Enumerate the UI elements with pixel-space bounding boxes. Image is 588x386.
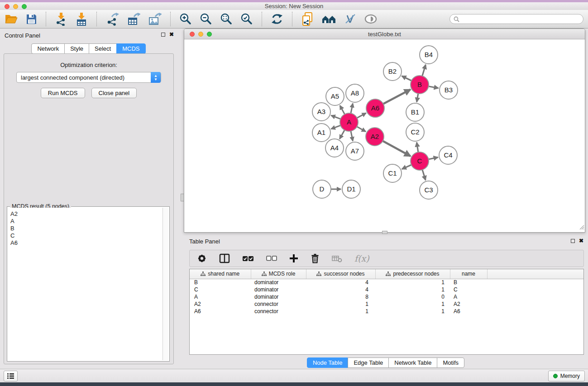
network-canvas-svg[interactable]: AA1A2A3A4A5A6A7A8BB1B2B3B4CC1C2C3C4DD1 [184,40,585,232]
graph-edge-B-B3[interactable] [429,86,439,88]
graph-node-A3[interactable]: A3 [312,103,330,121]
graph-edge-C-C4[interactable] [429,157,438,159]
cell-mcds-role[interactable]: dominator [251,279,306,286]
tab-select[interactable]: Select [89,43,117,54]
tab-edge-table[interactable]: Edge Table [348,357,389,368]
graph-edge-A-A6[interactable] [357,113,366,118]
tab-node-table[interactable]: Node Table [307,357,349,368]
graph-edge-A-A5[interactable] [340,105,344,114]
graph-node-A1[interactable]: A1 [312,124,330,142]
zoom-selected-icon[interactable] [240,13,253,25]
close-table-panel-icon[interactable]: ✖ [579,238,583,243]
function-builder-icon[interactable]: f(x) [354,253,369,263]
cell-name[interactable]: B [450,279,487,286]
graph-node-A7[interactable]: A7 [346,142,364,160]
cell-name[interactable]: A6 [450,308,487,315]
graph-node-B4[interactable]: B4 [420,46,438,64]
deselect-all-icon[interactable] [266,256,277,261]
graph-edge-A-A8[interactable] [351,104,353,114]
graph-edge-A6-B[interactable] [383,90,411,104]
criterion-dropdown[interactable]: largest connected component (directed) ▲… [16,72,161,83]
cell-shared-name[interactable]: B [190,279,251,286]
run-mcds-button[interactable]: Run MCDS [41,88,85,98]
delete-table-icon[interactable] [332,254,342,263]
tab-mcds[interactable]: MCDS [116,43,145,54]
cell-mcds-role[interactable]: dominator [251,286,306,293]
column-header-mcds-role[interactable]: MCDS role [251,269,306,279]
graph-node-D1[interactable]: D1 [342,180,360,198]
cell-shared-name[interactable]: A2 [190,300,251,308]
close-panel-icon[interactable]: ✖ [169,32,174,37]
network-window-titlebar[interactable]: testGlobe.txt [184,29,585,39]
horizontal-splitter-handle[interactable] [382,231,387,234]
close-panel-button[interactable]: Close panel [91,88,137,98]
graph-node-C1[interactable]: C1 [383,164,402,182]
apply-layout-refresh-icon[interactable] [271,13,283,25]
cell-mcds-role[interactable]: connector [251,308,306,315]
graph-node-B[interactable]: B [411,76,429,94]
cell-shared-name[interactable]: A [190,293,251,300]
graph-node-C3[interactable]: C3 [420,181,438,199]
table-row[interactable]: Bdominator41B [190,279,583,286]
graph-node-D[interactable]: D [313,180,331,198]
graph-node-A4[interactable]: A4 [325,139,344,157]
hide-labels-icon[interactable] [344,13,356,25]
resize-grip-icon[interactable] [578,224,584,230]
column-header-successor-nodes[interactable]: successor nodes [306,269,375,279]
export-image-icon[interactable] [148,12,162,26]
cell-shared-name[interactable]: C [190,286,251,293]
graph-edge-C-C3[interactable] [422,170,425,180]
select-all-icon[interactable] [242,256,254,262]
cell-shared-name[interactable]: A6 [190,308,251,315]
graph-node-B1[interactable]: B1 [406,103,424,121]
tab-motifs[interactable]: Motifs [437,357,464,368]
cell-name[interactable]: C [450,286,487,293]
mcds-result-item[interactable]: C [10,232,163,239]
cell-predecessor-nodes[interactable]: 1 [375,300,450,308]
graph-node-C4[interactable]: C4 [439,146,457,164]
cell-successor-nodes[interactable]: 4 [306,286,375,293]
graph-node-A8[interactable]: A8 [346,84,364,102]
network-canvas[interactable]: AA1A2A3A4A5A6A7A8BB1B2B3B4CC1C2C3C4DD1 [184,40,585,232]
delete-icon[interactable] [311,253,320,263]
mcds-result-item[interactable]: A2 [10,210,163,218]
eye-icon[interactable] [364,14,378,24]
graph-node-C2[interactable]: C2 [406,123,424,141]
table-row[interactable]: A2connector11A2 [190,300,583,308]
graph-edge-A2-C[interactable] [383,141,411,156]
task-history-button[interactable] [4,371,18,381]
graph-edge-A-A4[interactable] [339,130,344,139]
clone-network-icon[interactable] [301,12,314,26]
memory-button[interactable]: Memory [548,371,585,381]
cell-successor-nodes[interactable]: 1 [306,300,375,308]
graph-node-B3[interactable]: B3 [440,81,458,99]
table-row[interactable]: A6connector11A6 [190,308,583,315]
tab-style[interactable]: Style [64,43,89,54]
graph-edge-A-A2[interactable] [357,127,366,132]
column-header-predecessor-nodes[interactable]: predecessor nodes [375,269,450,279]
graph-edge-B-B4[interactable] [422,65,426,76]
column-header-name[interactable]: name [450,269,487,279]
float-panel-icon[interactable] [161,33,165,37]
export-table-icon[interactable] [127,12,140,26]
zoom-fit-icon[interactable] [220,13,233,25]
tab-network[interactable]: Network [31,43,65,54]
graph-node-A6[interactable]: A6 [366,99,384,117]
table-row[interactable]: Adominator80A [190,293,583,300]
cell-mcds-role[interactable]: dominator [251,293,306,300]
cell-mcds-role[interactable]: connector [251,300,306,308]
column-header-shared-name[interactable]: shared name [190,269,251,279]
zoom-in-icon[interactable] [179,13,192,25]
tab-network-table[interactable]: Network Table [388,357,437,368]
graph-edge-A-A7[interactable] [351,131,353,141]
import-network-icon[interactable] [55,12,67,26]
split-columns-icon[interactable] [219,253,230,263]
float-table-panel-icon[interactable] [571,239,575,243]
export-network-icon[interactable] [105,12,119,26]
graph-node-A5[interactable]: A5 [326,87,344,105]
cell-predecessor-nodes[interactable]: 1 [375,286,450,293]
graph-edge-A-A3[interactable] [331,115,341,119]
graph-edge-C-C2[interactable] [417,143,418,152]
graph-edge-B-B1[interactable] [417,94,418,102]
open-session-icon[interactable] [5,13,18,25]
